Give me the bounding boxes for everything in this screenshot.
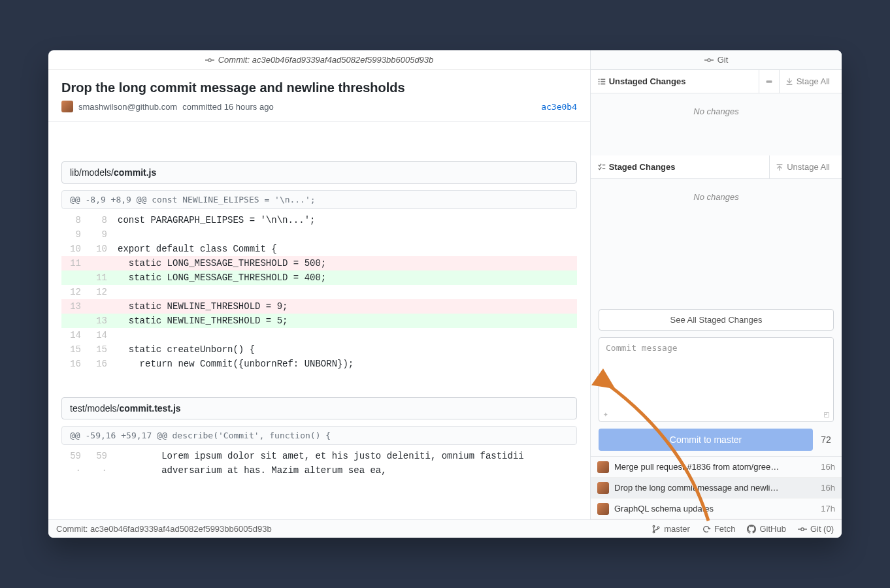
recent-commit-row[interactable]: GraphQL schema updates17h bbox=[591, 498, 842, 519]
collapse-icon bbox=[765, 77, 774, 86]
move-down-icon bbox=[785, 77, 794, 86]
diff-line[interactable]: 1515 static createUnborn() { bbox=[61, 342, 577, 357]
move-up-icon bbox=[775, 163, 784, 172]
new-line-number: 15 bbox=[88, 344, 114, 355]
stage-all-label: Stage All bbox=[797, 76, 830, 86]
old-line-number: 9 bbox=[61, 229, 88, 240]
git-branch-icon bbox=[651, 525, 661, 534]
git-status-button[interactable]: Git (0) bbox=[798, 524, 834, 534]
new-line-number: · bbox=[88, 465, 114, 476]
app-window: Commit: ac3e0b46fad9339af4ad5082ef5993bb… bbox=[48, 50, 842, 538]
new-line-number: 16 bbox=[88, 359, 114, 369]
unstage-all-label: Unstage All bbox=[787, 162, 830, 172]
recent-commit-row[interactable]: Merge pull request #1836 from atom/gree…… bbox=[591, 457, 842, 478]
diff-line[interactable]: 88const PARAGRAPH_ELIPSES = '\n\n...'; bbox=[61, 213, 577, 227]
commit-message: Drop the long commit message and newli… bbox=[614, 483, 816, 493]
collapse-unstaged-button[interactable] bbox=[759, 70, 779, 93]
code-content: static NEWLINE_THRESHOLD = 9; bbox=[114, 301, 577, 312]
github-button[interactable]: GitHub bbox=[747, 524, 785, 534]
avatar bbox=[597, 482, 609, 494]
recent-commits-list: Merge pull request #1836 from atom/gree…… bbox=[591, 456, 842, 519]
commit-tab[interactable]: Commit: ac3e0b46fad9339af4ad5082ef5993bb… bbox=[48, 50, 590, 70]
new-line-number: 8 bbox=[88, 215, 114, 225]
branch-indicator[interactable]: master bbox=[651, 524, 690, 534]
author-avatar bbox=[61, 101, 73, 112]
commit-title: Drop the long commit message and newline… bbox=[61, 80, 577, 95]
checklist-icon bbox=[597, 163, 606, 172]
diff-line[interactable]: 1616 return new Commit({unbornRef: UNBOR… bbox=[61, 357, 577, 371]
branch-name: master bbox=[664, 524, 690, 534]
git-panel: Git Unstaged Changes Stage All No change… bbox=[591, 50, 842, 519]
old-line-number: 11 bbox=[61, 258, 88, 269]
file-block: lib/models/commit.js@@ -8,9 +8,9 @@ cons… bbox=[61, 161, 577, 371]
svg-rect-7 bbox=[601, 78, 605, 80]
old-line-number: 8 bbox=[61, 215, 88, 225]
commit-detail-pane: Commit: ac3e0b46fad9339af4ad5082ef5993bb… bbox=[48, 50, 591, 519]
svg-point-16 bbox=[653, 531, 655, 533]
diff-line[interactable]: 11 static LONG_MESSAGE_THRESHOLD = 500; bbox=[61, 256, 577, 270]
author-email: smashwilson@github.com bbox=[78, 102, 177, 112]
svg-point-3 bbox=[708, 58, 710, 61]
commit-message-placeholder: Commit message bbox=[606, 343, 678, 353]
unstaged-section-bar: Unstaged Changes Stage All bbox=[591, 70, 842, 93]
diff-line[interactable]: 13 static NEWLINE_THRESHOLD = 5; bbox=[61, 314, 577, 328]
git-panel-title: Git bbox=[717, 55, 729, 65]
see-all-staged-button[interactable]: See All Staged Changes bbox=[599, 309, 834, 331]
unstage-all-button[interactable]: Unstage All bbox=[769, 155, 835, 178]
new-line-number: 12 bbox=[88, 287, 114, 297]
old-line-number: 10 bbox=[61, 244, 88, 254]
commit-message: GraphQL schema updates bbox=[614, 504, 816, 514]
status-left: Commit: ac3e0b46fad9339af4ad5082ef5993bb… bbox=[56, 524, 272, 534]
git-panel-header: Git bbox=[591, 50, 842, 70]
commit-tab-label: Commit: ac3e0b46fad9339af4ad5082ef5993bb… bbox=[218, 55, 434, 65]
avatar bbox=[597, 461, 609, 473]
avatar bbox=[597, 503, 609, 515]
svg-point-18 bbox=[801, 527, 804, 530]
new-line-number: 10 bbox=[88, 244, 114, 254]
github-icon bbox=[747, 525, 756, 534]
expand-icon[interactable]: ✦ bbox=[603, 409, 608, 419]
diff-lines: 5959 Lorem ipsum dolor sit amet, et his … bbox=[61, 449, 577, 478]
diff-line[interactable]: 5959 Lorem ipsum dolor sit amet, et his … bbox=[61, 449, 577, 463]
old-line-number: 15 bbox=[61, 344, 88, 355]
commit-button[interactable]: Commit to master bbox=[599, 429, 813, 451]
file-header[interactable]: test/models/commit.test.js bbox=[61, 397, 577, 419]
unstaged-empty: No changes bbox=[591, 93, 842, 155]
main-split: Commit: ac3e0b46fad9339af4ad5082ef5993bb… bbox=[48, 50, 842, 519]
staged-area: No changes See All Staged Changes Commit… bbox=[591, 179, 842, 519]
staged-section-bar: Staged Changes Unstage All bbox=[591, 155, 842, 179]
commit-time: committed 16 hours ago bbox=[182, 102, 273, 112]
diff-line[interactable]: ·· adversarium at has. Mazim alterum sea… bbox=[61, 463, 577, 478]
diff-scroll[interactable]: lib/models/commit.js@@ -8,9 +8,9 @@ cons… bbox=[48, 122, 590, 519]
new-line-number: 59 bbox=[88, 451, 114, 461]
new-line-number: 13 bbox=[88, 316, 114, 326]
diff-line[interactable]: 11 static LONG_MESSAGE_THRESHOLD = 400; bbox=[61, 270, 577, 285]
file-header[interactable]: lib/models/commit.js bbox=[61, 161, 577, 184]
commit-message-input[interactable]: Commit message ✦ ◰ bbox=[599, 337, 834, 422]
old-line-number: · bbox=[61, 465, 88, 476]
commit-sha-link[interactable]: ac3e0b4 bbox=[541, 102, 577, 112]
resize-icon[interactable]: ◰ bbox=[824, 409, 829, 419]
new-line-number: 9 bbox=[88, 229, 114, 240]
recent-commit-row[interactable]: Drop the long commit message and newli…1… bbox=[591, 478, 842, 498]
code-content: static createUnborn() { bbox=[114, 344, 577, 355]
code-content: export default class Commit { bbox=[114, 244, 577, 254]
fetch-button[interactable]: Fetch bbox=[702, 524, 736, 534]
git-status-label: Git (0) bbox=[810, 524, 834, 534]
svg-rect-10 bbox=[599, 83, 600, 84]
diff-line[interactable]: 99 bbox=[61, 227, 577, 242]
code-content: Lorem ipsum dolor sit amet, et his justo… bbox=[114, 451, 577, 461]
svg-rect-12 bbox=[766, 80, 772, 83]
old-line-number: 14 bbox=[61, 330, 88, 340]
stage-all-button[interactable]: Stage All bbox=[779, 70, 835, 93]
hunk-header: @@ -8,9 +8,9 @@ const NEWLINE_ELIPSES = … bbox=[61, 190, 577, 209]
diff-line[interactable]: 13 static NEWLINE_THRESHOLD = 9; bbox=[61, 299, 577, 314]
diff-line[interactable]: 1212 bbox=[61, 285, 577, 299]
svg-rect-11 bbox=[601, 83, 605, 84]
diff-line[interactable]: 1414 bbox=[61, 328, 577, 342]
code-content: const PARAGRAPH_ELIPSES = '\n\n...'; bbox=[114, 215, 577, 225]
svg-rect-6 bbox=[599, 78, 600, 80]
old-line-number: 13 bbox=[61, 301, 88, 312]
diff-line[interactable]: 1010export default class Commit { bbox=[61, 242, 577, 256]
old-line-number: 59 bbox=[61, 451, 88, 461]
